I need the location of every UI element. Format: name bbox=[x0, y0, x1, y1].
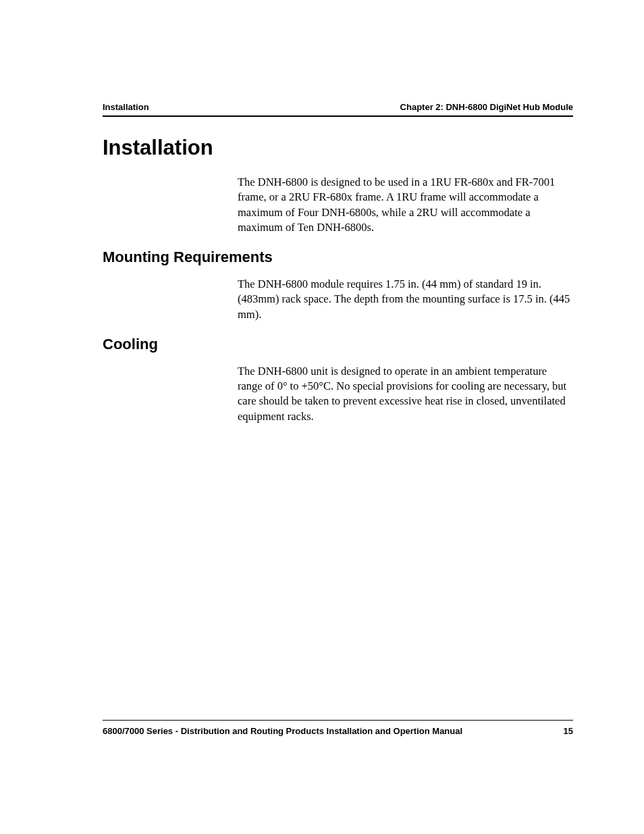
intro-paragraph: The DNH-6800 is designed to be used in a… bbox=[238, 175, 573, 235]
cooling-heading: Cooling bbox=[103, 336, 573, 353]
footer-manual-title: 6800/7000 Series - Distribution and Rout… bbox=[103, 726, 462, 736]
header-section-title: Installation bbox=[103, 102, 149, 112]
page-footer: 6800/7000 Series - Distribution and Rout… bbox=[103, 720, 573, 736]
header-chapter-title: Chapter 2: DNH-6800 DigiNet Hub Module bbox=[400, 102, 573, 112]
main-heading: Installation bbox=[103, 136, 573, 160]
footer-page-number: 15 bbox=[564, 726, 573, 736]
cooling-paragraph: The DNH-6800 unit is designed to operate… bbox=[238, 364, 573, 424]
page-header: Installation Chapter 2: DNH-6800 DigiNet… bbox=[103, 102, 573, 117]
page-container: Installation Chapter 2: DNH-6800 DigiNet… bbox=[0, 0, 644, 424]
mounting-paragraph: The DNH-6800 module requires 1.75 in. (4… bbox=[238, 277, 573, 322]
mounting-heading: Mounting Requirements bbox=[103, 249, 573, 266]
